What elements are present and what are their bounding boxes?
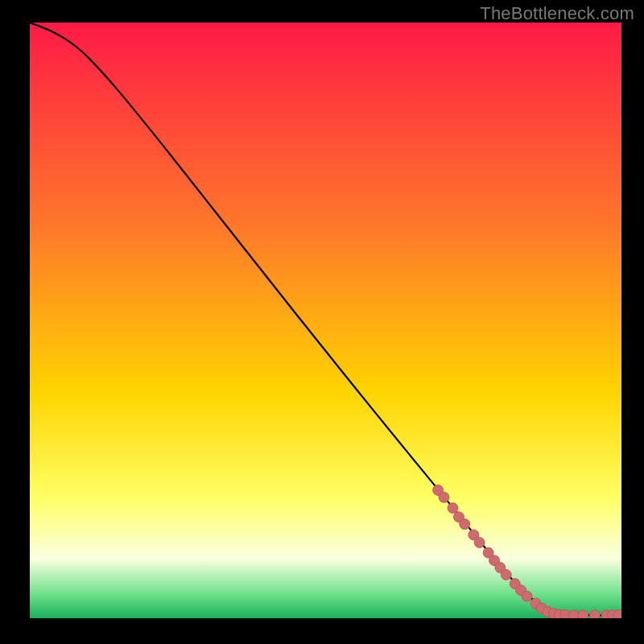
marker-point xyxy=(578,610,588,618)
chart-stage: TheBottleneck.com xyxy=(0,0,644,644)
gradient-bg xyxy=(30,23,621,618)
marker-point xyxy=(460,519,470,530)
marker-point xyxy=(501,570,511,580)
plot-area xyxy=(30,23,621,618)
marker-point xyxy=(589,610,600,618)
marker-point xyxy=(439,492,449,502)
plot-svg xyxy=(30,23,621,618)
marker-point xyxy=(474,538,485,548)
watermark-text: TheBottleneck.com xyxy=(480,3,634,24)
marker-point xyxy=(522,591,532,601)
marker-point xyxy=(448,503,458,514)
